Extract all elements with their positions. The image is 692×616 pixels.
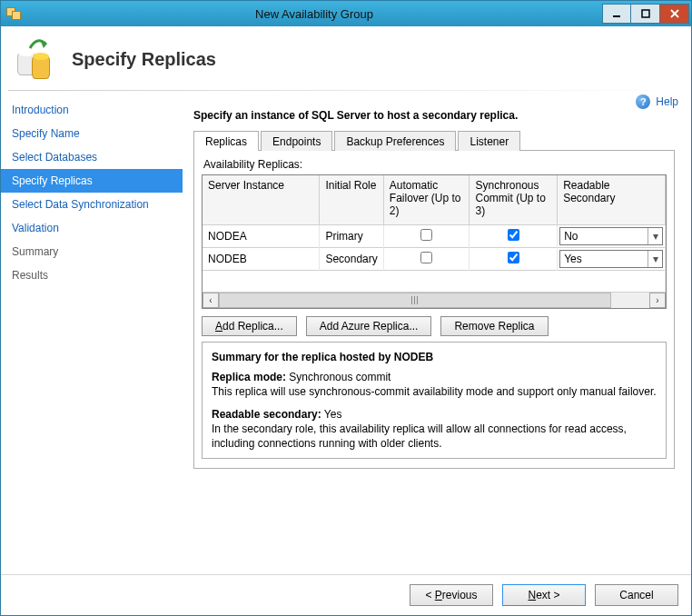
col-initial-role[interactable]: Initial Role [320, 175, 383, 224]
title-bar: New Availability Group [1, 1, 691, 26]
sync-commit-checkbox[interactable] [508, 252, 519, 263]
readable-dropdown[interactable]: No ▾ [559, 227, 663, 245]
cell-sync-commit[interactable] [470, 224, 558, 247]
cell-server[interactable]: NODEA [203, 224, 320, 247]
cell-readable[interactable]: Yes ▾ [558, 247, 666, 270]
step-specify-name[interactable]: Specify Name [1, 122, 183, 145]
chevron-down-icon: ▾ [648, 251, 662, 267]
wizard-steps: Introduction Specify Name Select Databas… [1, 91, 183, 574]
help-label: Help [656, 95, 678, 108]
summary-readable-label: Readable secondary: [212, 408, 321, 421]
col-auto-failover[interactable]: Automatic Failover (Up to 2) [383, 175, 470, 224]
maximize-button[interactable] [631, 4, 660, 24]
app-icon [6, 4, 26, 24]
main-pane: ? Help Specify an instance of SQL Server… [183, 91, 691, 574]
replica-summary: Summary for the replica hosted by NODEB … [202, 342, 667, 459]
cell-auto-failover[interactable] [383, 247, 470, 270]
next-button[interactable]: Next > [502, 584, 586, 606]
cell-role: Secondary [320, 247, 383, 270]
step-select-databases[interactable]: Select Databases [1, 145, 183, 169]
availability-replicas-label: Availability Replicas: [203, 158, 667, 171]
step-specify-replicas[interactable]: Specify Replicas [1, 169, 183, 193]
tab-panel-replicas: Availability Replicas: Server Instance I… [193, 151, 675, 469]
col-readable-secondary[interactable]: Readable Secondary [558, 175, 666, 224]
page-title: Specify Replicas [72, 49, 216, 70]
previous-button[interactable]: < Previous [410, 584, 493, 606]
summary-readable-desc: In the secondary role, this availability… [212, 422, 627, 450]
window-title: New Availability Group [26, 7, 602, 21]
cell-role: Primary [320, 224, 383, 247]
sync-commit-checkbox[interactable] [508, 229, 519, 241]
readable-dropdown[interactable]: Yes ▾ [559, 250, 663, 268]
tab-replicas[interactable]: Replicas [193, 131, 259, 151]
cell-sync-commit[interactable] [470, 247, 558, 270]
auto-failover-checkbox[interactable] [420, 252, 432, 263]
summary-readable-value: Yes [321, 408, 342, 421]
readable-value: No [564, 230, 578, 243]
remove-replica-button[interactable]: Remove Replica [440, 316, 548, 336]
scroll-thumb[interactable] [219, 293, 611, 308]
col-sync-commit[interactable]: Synchronous Commit (Up to 3) [470, 175, 558, 224]
minimize-button[interactable] [602, 4, 631, 24]
col-server-instance[interactable]: Server Instance [203, 175, 320, 224]
step-results[interactable]: Results [1, 263, 183, 287]
readable-value: Yes [564, 253, 582, 265]
auto-failover-checkbox[interactable] [420, 229, 432, 241]
cancel-button[interactable]: Cancel [595, 584, 678, 606]
grid-empty-area [203, 270, 666, 292]
cell-server[interactable]: NODEB [203, 247, 320, 270]
tab-strip: Replicas Endpoints Backup Preferences Li… [193, 131, 675, 151]
svg-rect-1 [642, 10, 649, 17]
add-azure-replica-button[interactable]: Add Azure Replica... [306, 316, 432, 336]
scroll-track[interactable] [219, 293, 649, 308]
summary-mode-desc: This replica will use synchronous-commit… [212, 385, 657, 398]
wizard-footer: < Previous Next > Cancel [1, 574, 691, 615]
cell-auto-failover[interactable] [383, 224, 470, 247]
tab-listener[interactable]: Listener [458, 131, 520, 151]
table-row[interactable]: NODEA Primary No ▾ [203, 224, 666, 247]
replicas-grid: Server Instance Initial Role Automatic F… [202, 174, 667, 309]
step-select-data-sync[interactable]: Select Data Synchronization [1, 193, 183, 216]
help-link[interactable]: ? Help [636, 94, 678, 109]
page-header: Specify Replicas [1, 26, 691, 90]
summary-title: Summary for the replica hosted by NODEB [212, 350, 657, 364]
summary-mode-value: Synchronous commit [286, 371, 390, 383]
scroll-right-button[interactable]: › [649, 293, 666, 308]
horizontal-scrollbar[interactable]: ‹ › [203, 292, 666, 308]
scroll-left-button[interactable]: ‹ [203, 293, 219, 308]
wizard-window: New Availability Group Specify Replicas … [0, 0, 692, 616]
replica-icon [15, 37, 59, 81]
step-validation[interactable]: Validation [1, 216, 183, 240]
add-replica-button[interactable]: Add Replica... [202, 316, 297, 336]
close-button[interactable] [660, 4, 689, 24]
step-introduction[interactable]: Introduction [1, 98, 183, 122]
summary-mode-label: Replica mode: [212, 371, 286, 383]
chevron-down-icon: ▾ [648, 228, 662, 244]
table-row[interactable]: NODEB Secondary Yes ▾ [203, 247, 666, 270]
help-icon: ? [636, 94, 650, 109]
instruction-text: Specify an instance of SQL Server to hos… [193, 109, 678, 122]
cell-readable[interactable]: No ▾ [558, 224, 666, 247]
step-summary[interactable]: Summary [1, 240, 183, 263]
tab-backup-preferences[interactable]: Backup Preferences [334, 131, 456, 151]
tab-endpoints[interactable]: Endpoints [261, 131, 332, 151]
